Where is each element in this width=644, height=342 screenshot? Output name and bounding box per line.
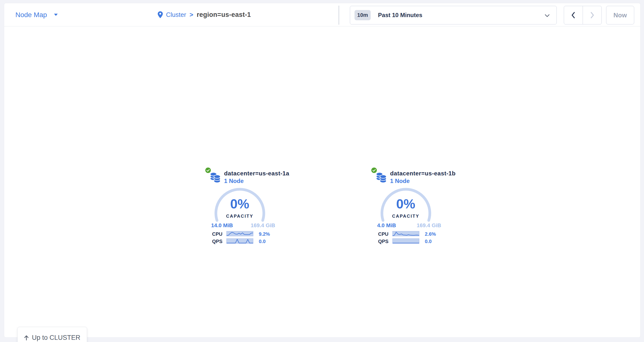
node-map-canvas: datacenter=us-east-1a 1 Node 0% CAPACITY… [4,27,640,338]
header: Node Map Cluster > region=us-east-1 10m … [4,3,640,26]
view-switcher-dropdown[interactable]: Node Map [16,3,58,26]
qps-label: QPS [378,239,388,244]
locality-card-us-east-1b[interactable]: datacenter=us-east-1b 1 Node 0% CAPACITY… [369,167,442,248]
cpu-label: CPU [378,231,388,237]
time-step-buttons [564,6,602,24]
qps-label: QPS [212,239,222,244]
location-pin-icon [158,11,163,18]
cpu-sparkline [226,231,253,236]
capacity-used: 14.0 MiB [211,222,233,229]
time-forward-button[interactable] [583,6,602,24]
breadcrumb-cluster-link[interactable]: Cluster [166,11,186,18]
breadcrumb: Cluster > region=us-east-1 [158,3,251,26]
capacity-percentage: 0% [369,197,442,210]
time-range-label: Past 10 Minutes [378,12,422,18]
breadcrumb-separator: > [190,11,193,18]
up-to-cluster-button[interactable]: Up to CLUSTER [17,327,87,342]
capacity-total: 169.4 GiB [250,222,275,229]
up-to-cluster-label: Up to CLUSTER [32,334,80,342]
cpu-label: CPU [212,231,222,237]
locality-title: datacenter=us-east-1b [390,170,456,177]
time-range-badge: 10m [354,10,371,20]
cpu-value: 9.2% [259,231,270,237]
time-back-button[interactable] [564,6,583,24]
qps-sparkline [392,238,419,244]
chevron-right-icon [590,11,595,19]
chevron-down-icon [545,14,550,17]
qps-value: 0.0 [425,239,432,244]
node-count-link[interactable]: 1 Node [224,177,290,185]
breadcrumb-current: region=us-east-1 [197,11,251,18]
now-button[interactable]: Now [606,6,634,24]
header-divider [339,5,339,25]
capacity-percentage: 0% [203,197,276,210]
capacity-total: 169.4 GiB [416,222,441,229]
time-range-dropdown[interactable]: 10m Past 10 Minutes [350,6,557,24]
cpu-sparkline [392,231,419,236]
node-count-link[interactable]: 1 Node [390,177,456,185]
locality-card-us-east-1a[interactable]: datacenter=us-east-1a 1 Node 0% CAPACITY… [203,167,276,248]
view-switcher-label: Node Map [16,11,47,19]
database-icon [210,172,221,183]
cpu-value: 2.6% [425,231,436,237]
database-icon [376,172,387,183]
capacity-label: CAPACITY [203,214,276,219]
locality-title: datacenter=us-east-1a [224,170,290,177]
app-window: Node Map Cluster > region=us-east-1 10m … [4,3,640,338]
qps-sparkline [226,238,253,244]
chevron-down-icon [54,13,58,16]
qps-value: 0.0 [259,239,266,244]
arrow-up-icon [24,335,29,341]
chevron-left-icon [571,11,576,19]
capacity-used: 4.0 MiB [377,222,396,229]
capacity-label: CAPACITY [369,214,442,219]
